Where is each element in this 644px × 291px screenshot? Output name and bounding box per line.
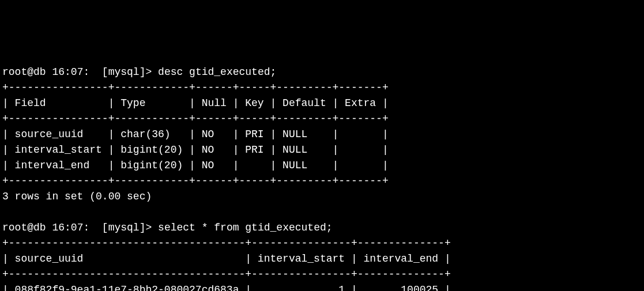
table-row: | source_uuid | char(36) | NO | PRI | NU… <box>2 129 389 140</box>
table-header: | Field | Type | Null | Key | Default | … <box>2 97 389 109</box>
table-row: | 088f82f9-9ea1-11e7-8bb2-080027cd683a |… <box>2 284 451 291</box>
prompt-user-host: root@db <box>2 66 46 78</box>
table-border: +----------------+------------+------+--… <box>2 82 389 93</box>
prompt-context: [mysql]> <box>102 66 152 78</box>
prompt-line-2: root@db 16:07: [mysql]> select * from gt… <box>2 222 333 233</box>
table-border: +----------------+------------+------+--… <box>2 175 389 187</box>
status-text: 3 rows in set (0.00 sec) <box>2 191 152 202</box>
prompt-context: [mysql]> <box>102 222 152 233</box>
table-border: +----------------+------------+------+--… <box>2 113 389 124</box>
prompt-user-host: root@db <box>2 222 46 233</box>
table-border: +--------------------------------------+… <box>2 269 451 280</box>
table-border: +--------------------------------------+… <box>2 237 451 249</box>
table-row: | interval_start | bigint(20) | NO | PRI… <box>2 144 389 156</box>
prompt-line-1: root@db 16:07: [mysql]> desc gtid_execut… <box>2 66 276 78</box>
prompt-time: 16:07 <box>52 66 83 78</box>
command-text[interactable]: desc gtid_executed; <box>158 66 276 78</box>
table-row: | interval_end | bigint(20) | NO | | NUL… <box>2 160 389 171</box>
prompt-time: 16:07 <box>52 222 83 233</box>
terminal-output: root@db 16:07: [mysql]> desc gtid_execut… <box>2 66 451 291</box>
command-text[interactable]: select * from gtid_executed; <box>158 222 332 233</box>
table-header: | source_uuid | interval_start | interva… <box>2 253 451 264</box>
